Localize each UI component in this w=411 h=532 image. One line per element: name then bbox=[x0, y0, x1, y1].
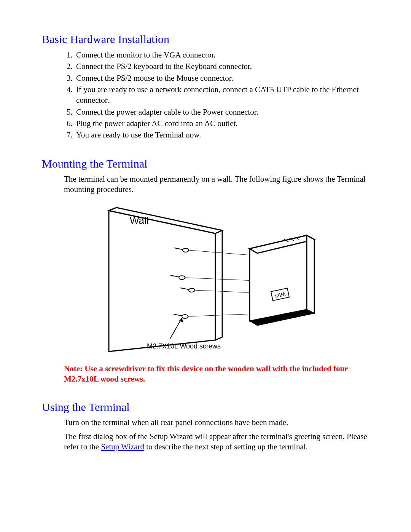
document-page: Basic Hardware Installation Connect the … bbox=[0, 0, 411, 532]
heading-mounting: Mounting the Terminal bbox=[42, 157, 373, 170]
list-item: If you are ready to use a network connec… bbox=[75, 84, 373, 106]
svg-point-8 bbox=[189, 288, 195, 292]
section-basic-hardware: Basic Hardware Installation Connect the … bbox=[42, 33, 373, 141]
mounting-note: Note: Use a screwdriver to fix this devi… bbox=[64, 364, 373, 384]
mounting-figure-svg: Wall bbox=[86, 199, 330, 359]
mounting-intro-text: The terminal can be mounted permanently … bbox=[64, 174, 373, 195]
heading-using: Using the Terminal bbox=[42, 401, 373, 414]
svg-marker-2 bbox=[215, 230, 222, 340]
setup-wizard-link[interactable]: Setup Wizard bbox=[101, 442, 144, 451]
section-using: Using the Terminal Turn on the terminal … bbox=[42, 401, 373, 452]
list-item: Connect the PS/2 mouse to the Mouse conn… bbox=[75, 73, 373, 83]
section-using-body: Turn on the terminal when all rear panel… bbox=[64, 417, 373, 452]
svg-point-4 bbox=[183, 248, 189, 252]
list-item: You are ready to use the Terminal now. bbox=[75, 129, 373, 140]
svg-marker-0 bbox=[109, 211, 215, 351]
heading-basic-hardware: Basic Hardware Installation bbox=[42, 33, 373, 46]
svg-marker-19 bbox=[307, 235, 314, 313]
mounting-figure: Wall bbox=[86, 199, 373, 359]
using-p1: Turn on the terminal when all rear panel… bbox=[64, 417, 373, 428]
installation-steps-list: Connect the monitor to the VGA connector… bbox=[42, 50, 373, 141]
wall-label: Wall bbox=[130, 215, 149, 226]
section-mounting-body: The terminal can be mounted permanently … bbox=[64, 174, 373, 384]
using-p2: The first dialog box of the Setup Wizard… bbox=[64, 431, 373, 452]
list-item: Connect the PS/2 keyboard to the Keyboar… bbox=[75, 61, 373, 72]
svg-point-10 bbox=[182, 315, 188, 318]
list-item: Connect the power adapter cable to the P… bbox=[75, 107, 373, 117]
section-mounting: Mounting the Terminal The terminal can b… bbox=[42, 157, 373, 384]
svg-point-6 bbox=[179, 276, 185, 280]
screws-label: M2.7X10L Wood screws bbox=[147, 342, 221, 350]
list-item: Plug the power adapter AC cord into an A… bbox=[75, 118, 373, 129]
using-p2-post: to describe the next step of setting up … bbox=[144, 442, 308, 451]
terminal-device-icon: Mini bbox=[250, 235, 314, 326]
wall-shape bbox=[109, 208, 222, 351]
list-item: Connect the monitor to the VGA connector… bbox=[75, 50, 373, 60]
